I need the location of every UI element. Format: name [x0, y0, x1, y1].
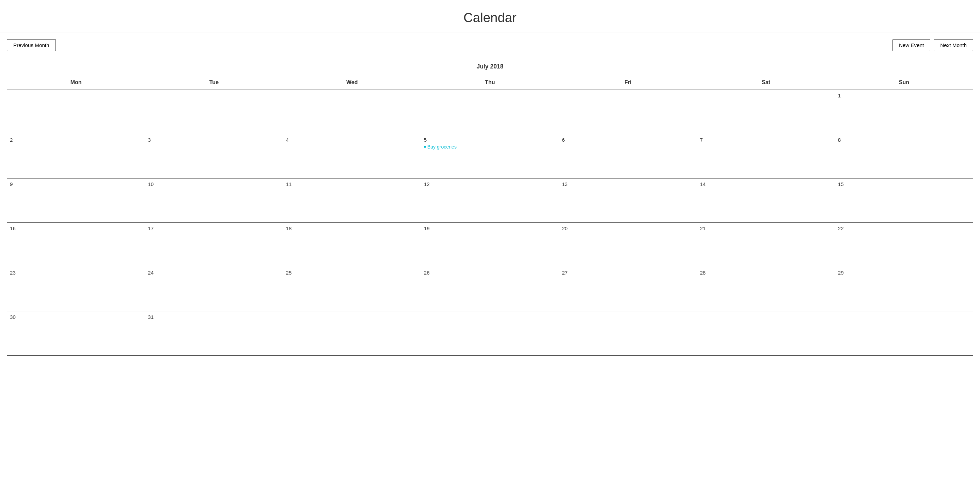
toolbar-right: New Event Next Month: [892, 39, 973, 51]
month-header-row: July 2018: [7, 58, 973, 75]
day-number: 17: [148, 226, 280, 231]
day-number: 6: [562, 137, 694, 143]
calendar-week-row: 1: [7, 90, 973, 134]
calendar-cell[interactable]: 10: [145, 178, 283, 223]
calendar-week-row: 9101112131415: [7, 178, 973, 223]
new-event-button[interactable]: New Event: [892, 39, 930, 51]
calendar-week-row: 2345Buy groceries678: [7, 134, 973, 178]
day-number: 5: [424, 137, 556, 143]
event-label: Buy groceries: [427, 144, 457, 150]
day-header-mon: Mon: [7, 75, 145, 90]
day-number: 25: [286, 270, 418, 275]
calendar-cell[interactable]: 14: [697, 178, 835, 223]
calendar-cell[interactable]: 11: [283, 178, 421, 223]
calendar-cell[interactable]: [7, 90, 145, 134]
calendar-cell[interactable]: [421, 90, 559, 134]
day-number: 4: [286, 137, 418, 143]
event-dot: [424, 146, 426, 148]
day-header-tue: Tue: [145, 75, 283, 90]
day-header-sun: Sun: [835, 75, 973, 90]
calendar-cell[interactable]: 4: [283, 134, 421, 178]
calendar-cell[interactable]: 1: [835, 90, 973, 134]
calendar-cell[interactable]: 19: [421, 223, 559, 267]
calendar-cell[interactable]: [697, 311, 835, 356]
calendar-cell[interactable]: 17: [145, 223, 283, 267]
day-number: 18: [286, 226, 418, 231]
day-number: 30: [10, 314, 142, 320]
day-headers-row: MonTueWedThuFriSatSun: [7, 75, 973, 90]
calendar-cell[interactable]: 16: [7, 223, 145, 267]
toolbar: Previous Month New Event Next Month: [0, 39, 980, 58]
calendar-cell[interactable]: 12: [421, 178, 559, 223]
calendar-cell[interactable]: 8: [835, 134, 973, 178]
calendar-cell[interactable]: 24: [145, 267, 283, 311]
day-number: 24: [148, 270, 280, 275]
calendar-cell[interactable]: 13: [559, 178, 697, 223]
day-number: 11: [286, 181, 418, 187]
day-number: 20: [562, 226, 694, 231]
calendar-cell[interactable]: 3: [145, 134, 283, 178]
day-number: 1: [838, 93, 970, 99]
day-number: 10: [148, 181, 280, 187]
day-number: 15: [838, 181, 970, 187]
calendar-cell[interactable]: 30: [7, 311, 145, 356]
day-number: 22: [838, 226, 970, 231]
calendar-cell[interactable]: [697, 90, 835, 134]
day-number: 28: [700, 270, 832, 275]
prev-month-button[interactable]: Previous Month: [7, 39, 56, 51]
calendar-cell[interactable]: [283, 311, 421, 356]
calendar-cell[interactable]: [421, 311, 559, 356]
calendar-week-row: 16171819202122: [7, 223, 973, 267]
calendar-cell[interactable]: 27: [559, 267, 697, 311]
calendar-cell[interactable]: 26: [421, 267, 559, 311]
calendar-cell[interactable]: 23: [7, 267, 145, 311]
day-number: 29: [838, 270, 970, 275]
calendar-cell[interactable]: 6: [559, 134, 697, 178]
calendar-week-row: 23242526272829: [7, 267, 973, 311]
calendar-cell[interactable]: 31: [145, 311, 283, 356]
calendar-cell[interactable]: 18: [283, 223, 421, 267]
day-number: 9: [10, 181, 142, 187]
calendar-cell[interactable]: [559, 311, 697, 356]
calendar-cell[interactable]: 20: [559, 223, 697, 267]
month-year-label: July 2018: [7, 58, 973, 75]
toolbar-left: Previous Month: [7, 39, 56, 51]
next-month-button[interactable]: Next Month: [934, 39, 973, 51]
day-number: 12: [424, 181, 556, 187]
calendar-cell[interactable]: 7: [697, 134, 835, 178]
calendar-cell[interactable]: 5Buy groceries: [421, 134, 559, 178]
calendar-cell[interactable]: 9: [7, 178, 145, 223]
day-number: 21: [700, 226, 832, 231]
calendar-cell[interactable]: 28: [697, 267, 835, 311]
calendar-cell[interactable]: 29: [835, 267, 973, 311]
day-number: 19: [424, 226, 556, 231]
day-header-wed: Wed: [283, 75, 421, 90]
calendar-cell[interactable]: [283, 90, 421, 134]
calendar-cell[interactable]: 22: [835, 223, 973, 267]
page-title: Calendar: [0, 0, 980, 32]
day-header-fri: Fri: [559, 75, 697, 90]
calendar-week-row: 3031: [7, 311, 973, 356]
calendar-cell[interactable]: 15: [835, 178, 973, 223]
day-number: 31: [148, 314, 280, 320]
day-number: 13: [562, 181, 694, 187]
calendar-cell[interactable]: [835, 311, 973, 356]
event-item[interactable]: Buy groceries: [424, 144, 556, 150]
day-number: 16: [10, 226, 142, 231]
calendar-table: July 2018 MonTueWedThuFriSatSun 12345Buy…: [7, 58, 973, 356]
calendar-cell[interactable]: 2: [7, 134, 145, 178]
day-number: 26: [424, 270, 556, 275]
day-number: 8: [838, 137, 970, 143]
calendar-cell[interactable]: 25: [283, 267, 421, 311]
calendar-cell[interactable]: [145, 90, 283, 134]
calendar-cell[interactable]: [559, 90, 697, 134]
calendar-cell[interactable]: 21: [697, 223, 835, 267]
day-header-sat: Sat: [697, 75, 835, 90]
day-number: 23: [10, 270, 142, 275]
day-number: 14: [700, 181, 832, 187]
day-number: 7: [700, 137, 832, 143]
day-number: 27: [562, 270, 694, 275]
day-number: 3: [148, 137, 280, 143]
day-number: 2: [10, 137, 142, 143]
day-header-thu: Thu: [421, 75, 559, 90]
